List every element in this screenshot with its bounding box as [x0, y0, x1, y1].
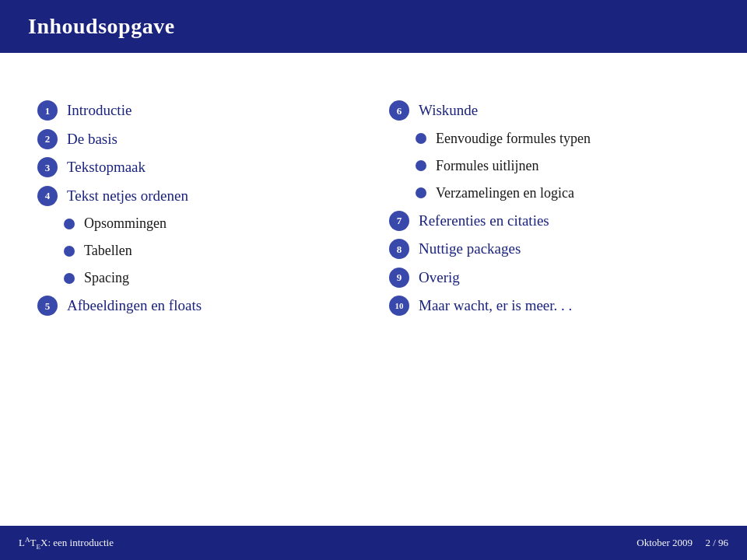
number-badge-3: 3 [37, 157, 58, 177]
bullet-icon [416, 133, 426, 144]
toc-label-4: Tekst netjes ordenen [67, 185, 188, 208]
footer-bar: LATEX: een introductie Oktober 2009 2 / … [0, 526, 747, 560]
number-badge-4: 4 [37, 186, 58, 206]
number-badge-9: 9 [389, 268, 409, 288]
toc-label-eenvoudige: Eenvoudige formules typen [436, 128, 591, 149]
footer-left: LATEX: een introductie [19, 536, 114, 551]
left-column: 1 Introductie 2 De basis 3 Tekstopmaak 4… [37, 100, 358, 471]
toc-item-1: 1 Introductie [37, 100, 358, 122]
main-content: 1 Introductie 2 De basis 3 Tekstopmaak 4… [0, 53, 747, 534]
number-badge-8: 8 [389, 239, 409, 259]
toc-item-9: 9 Overig [389, 267, 710, 289]
toc-item-7: 7 Referenties en citaties [389, 210, 710, 233]
toc-item-5: 5 Afbeeldingen en floats [37, 295, 358, 317]
toc-label-8: Nuttige packages [419, 238, 521, 261]
slide-title: Inhoudsopgave [28, 14, 175, 38]
toc-label-7: Referenties en citaties [419, 210, 549, 233]
toc-label-10: Maar wacht, er is meer. . . [419, 295, 572, 317]
toc-sub-spacing: Spacing [37, 268, 358, 289]
bullet-icon [416, 160, 426, 171]
footer-right: Oktober 2009 2 / 96 [637, 537, 728, 549]
toc-label-9: Overig [419, 267, 460, 289]
toc-label-6: Wiskunde [419, 100, 478, 122]
number-badge-6: 6 [389, 100, 409, 121]
toc-label-2: De basis [67, 128, 117, 151]
toc-item-4: 4 Tekst netjes ordenen [37, 185, 358, 208]
right-column: 6 Wiskunde Eenvoudige formules typen For… [389, 100, 710, 471]
number-badge-2: 2 [37, 129, 58, 149]
toc-label-tabellen: Tabellen [84, 240, 132, 261]
toc-item-6: 6 Wiskunde [389, 100, 710, 122]
toc-label-3: Tekstopmaak [67, 156, 146, 179]
toc-sub-opsommingen: Opsommingen [37, 213, 358, 234]
number-badge-5: 5 [37, 296, 58, 316]
toc-sub-formules: Formules uitlijnen [389, 156, 710, 177]
toc-label-opsommingen: Opsommingen [84, 213, 167, 234]
toc-sub-verzamelingen: Verzamelingen en logica [389, 183, 710, 204]
toc-label-spacing: Spacing [84, 268, 129, 289]
toc-item-10: 10 Maar wacht, er is meer. . . [389, 295, 710, 317]
number-badge-7: 7 [389, 211, 409, 231]
toc-sub-tabellen: Tabellen [37, 240, 358, 261]
toc-label-5: Afbeeldingen en floats [67, 295, 202, 317]
toc-sub-eenvoudige: Eenvoudige formules typen [389, 128, 710, 149]
footer-date: Oktober 2009 [637, 537, 693, 548]
bullet-icon [416, 187, 426, 198]
toc-item-3: 3 Tekstopmaak [37, 156, 358, 179]
latex-logo: LATEX: een introductie [19, 537, 114, 548]
toc-label-verzamelingen: Verzamelingen en logica [436, 183, 574, 204]
bullet-icon [64, 273, 75, 284]
bullet-icon [64, 219, 75, 229]
number-badge-10: 10 [389, 296, 409, 316]
toc-label-formules: Formules uitlijnen [436, 156, 539, 177]
toc-label-1: Introductie [67, 100, 132, 122]
footer-page: 2 / 96 [705, 537, 728, 548]
bullet-icon [64, 246, 75, 257]
toc-item-8: 8 Nuttige packages [389, 238, 710, 261]
toc-item-2: 2 De basis [37, 128, 358, 151]
number-badge-1: 1 [37, 100, 58, 121]
header-bar: Inhoudsopgave [0, 0, 747, 53]
